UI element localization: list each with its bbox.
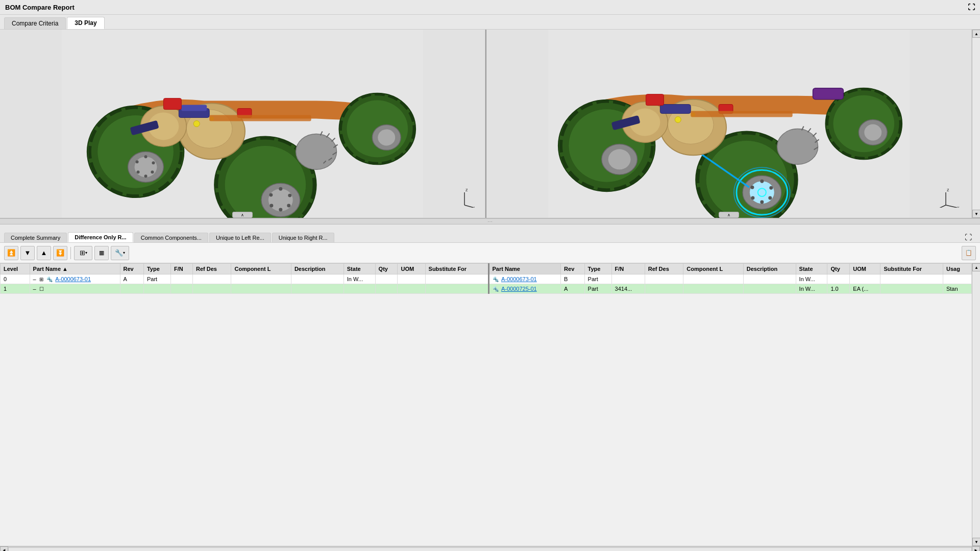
svg-point-27 — [378, 129, 395, 145]
svg-point-22 — [269, 193, 273, 197]
svg-point-74 — [760, 201, 764, 204]
grid-icon: ⊞ — [80, 249, 85, 257]
cell-part-name-r[interactable]: 🔩 A-0000673-01 — [488, 274, 561, 284]
part-icon-r: 🔩 — [493, 277, 499, 282]
cell-substitute-for-r — [880, 284, 943, 294]
tab-common-components[interactable]: Common Components... — [134, 233, 208, 242]
table-row[interactable]: 1 – ☐ 🔩 — [1, 284, 972, 294]
table-row[interactable]: 0 – ⊞ 🔩 A-0000673-01 A Part In W... — [1, 274, 972, 284]
table-toolbar: ⏫ ▼ ▲ ⏬ ⊞▾ ▦ 🔧▾ 📋 — [0, 243, 980, 263]
cell-part-name[interactable]: – ☐ — [30, 284, 120, 294]
left-3d-viewer: z x ∧ — [0, 30, 485, 218]
cell-type: Part — [143, 274, 170, 284]
tab-compare-criteria[interactable]: Compare Criteria — [4, 17, 66, 29]
col-description: Description — [291, 264, 344, 274]
viewer-scroll-down[interactable]: ∧ — [232, 212, 253, 218]
horizontal-splitter[interactable]: ⋯ — [0, 218, 980, 224]
tab-unique-left[interactable]: Unique to Left Re... — [209, 233, 271, 242]
svg-text:y: y — [936, 206, 939, 208]
next-btn[interactable]: ▲ — [37, 246, 51, 260]
col-substitute-for: Substitute For — [425, 264, 488, 274]
bottom-scrollbar[interactable]: ◄ ► — [0, 546, 980, 551]
svg-point-75 — [751, 196, 754, 200]
cell-part-name[interactable]: – ⊞ 🔩 A-0000673-01 — [30, 274, 120, 284]
checkbox-icon[interactable]: ☐ — [39, 286, 44, 292]
cell-fn-r — [611, 274, 645, 284]
export-btn[interactable]: ▦ — [94, 246, 109, 260]
cell-component-l-r — [683, 284, 743, 294]
svg-point-20 — [279, 208, 282, 212]
svg-point-16 — [268, 189, 293, 211]
tab-unique-right[interactable]: Unique to Right R... — [272, 233, 334, 242]
cell-ref-des — [192, 284, 231, 294]
result-expand-icon[interactable]: ⛶ — [961, 233, 976, 241]
table-scroll-up[interactable]: ▲ — [972, 263, 980, 271]
table-icon: 📋 — [965, 249, 972, 256]
cell-part-name-r[interactable]: 🔩 A-0000725-01 — [488, 284, 561, 294]
expand-ctrl[interactable]: – — [33, 276, 36, 282]
svg-point-57 — [608, 149, 631, 169]
svg-point-76 — [750, 186, 754, 189]
col-rev: Rev — [120, 264, 143, 274]
scroll-left-btn[interactable]: ◄ — [0, 546, 8, 552]
scroll-up-btn[interactable]: ▲ — [972, 30, 980, 38]
cell-ref-des — [192, 274, 231, 284]
cell-description-r — [743, 284, 796, 294]
grid-options-btn[interactable]: ⊞▾ — [74, 246, 92, 260]
tab-3d-play[interactable]: 3D Play — [67, 17, 104, 29]
svg-line-101 — [938, 205, 946, 208]
right-model-svg — [486, 30, 971, 218]
cell-fn — [170, 284, 192, 294]
last-btn[interactable]: ⏬ — [53, 246, 67, 260]
scroll-track — [972, 38, 980, 210]
table-scroll-down[interactable]: ▼ — [972, 538, 980, 546]
table-export-btn[interactable]: 📋 — [962, 246, 976, 260]
h-scroll-track[interactable] — [8, 547, 972, 552]
separator-1 — [70, 247, 71, 259]
cell-qty — [375, 284, 398, 294]
col-part-name[interactable]: Part Name ▲ — [30, 264, 120, 274]
scroll-down-btn[interactable]: ▼ — [972, 210, 980, 218]
cell-uom — [398, 274, 425, 284]
part-name-link[interactable]: A-0000673-01 — [55, 276, 91, 282]
viewer-scroll-down-right[interactable]: ∧ — [719, 212, 739, 218]
cell-description-r — [743, 274, 796, 284]
prev-btn[interactable]: ▼ — [20, 246, 35, 260]
cell-uom-r — [850, 274, 880, 284]
app-title: BOM Compare Report — [5, 4, 75, 11]
svg-line-49 — [464, 205, 474, 208]
svg-point-21 — [270, 204, 273, 208]
col-substitute-for-r: Substitute For — [880, 264, 943, 274]
cell-component-l-r — [683, 274, 743, 284]
cell-type-r: Part — [584, 274, 611, 284]
part-name-link-r[interactable]: A-0000725-01 — [501, 286, 537, 292]
expand-ctrl[interactable]: – — [33, 286, 36, 292]
svg-point-19 — [287, 204, 290, 208]
svg-point-11 — [136, 160, 139, 163]
svg-point-9 — [144, 174, 148, 178]
expand-icon[interactable]: ⛶ — [968, 3, 975, 11]
table-scroll-area[interactable]: Level Part Name ▲ Rev Type F/N Ref Des C… — [0, 263, 972, 546]
svg-text:x: x — [474, 205, 475, 208]
tab-difference-only[interactable]: Difference Only R... — [68, 232, 133, 242]
next-icon: ▲ — [41, 249, 47, 257]
svg-rect-92 — [691, 111, 792, 117]
cell-qty-r — [827, 274, 850, 284]
col-fn: F/N — [170, 264, 192, 274]
svg-point-90 — [675, 117, 681, 123]
svg-point-8 — [151, 170, 154, 173]
viewer-scrollbar[interactable]: ▲ ▼ — [972, 30, 980, 218]
cell-substitute-for-r — [880, 274, 943, 284]
tab-complete-summary[interactable]: Complete Summary — [4, 233, 67, 242]
svg-text:z: z — [465, 187, 468, 192]
first-btn[interactable]: ⏫ — [4, 246, 18, 260]
settings-btn[interactable]: 🔧▾ — [111, 246, 129, 260]
part-name-link-r[interactable]: A-0000673-01 — [501, 276, 537, 282]
cell-fn-r: 3414... — [611, 284, 645, 294]
svg-point-17 — [279, 187, 282, 191]
table-scrollbar[interactable]: ▲ ▼ — [972, 263, 980, 546]
title-bar: BOM Compare Report ⛶ — [0, 0, 980, 15]
svg-point-72 — [769, 186, 773, 190]
scroll-right-btn[interactable]: ► — [972, 546, 980, 552]
wrench-icon: 🔧 — [115, 249, 123, 257]
